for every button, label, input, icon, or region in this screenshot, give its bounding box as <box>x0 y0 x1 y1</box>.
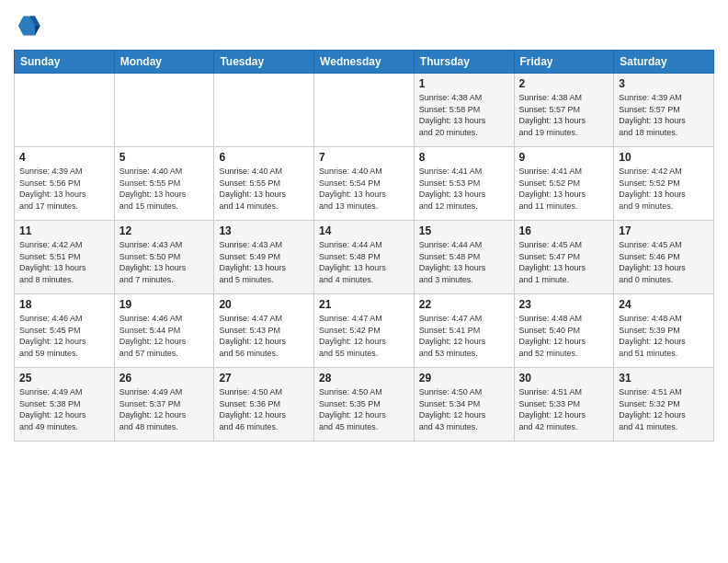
day-content: Sunrise: 4:40 AM Sunset: 5:54 PM Dayligh… <box>319 166 409 212</box>
calendar-week-row: 4Sunrise: 4:39 AM Sunset: 5:56 PM Daylig… <box>15 147 714 221</box>
weekday-header-monday: Monday <box>114 51 214 74</box>
day-content: Sunrise: 4:48 AM Sunset: 5:40 PM Dayligh… <box>519 313 609 359</box>
calendar-cell: 8Sunrise: 4:41 AM Sunset: 5:53 PM Daylig… <box>414 147 514 221</box>
calendar-cell: 31Sunrise: 4:51 AM Sunset: 5:32 PM Dayli… <box>614 368 714 442</box>
day-content: Sunrise: 4:46 AM Sunset: 5:44 PM Dayligh… <box>119 313 210 359</box>
day-number: 31 <box>619 372 709 385</box>
day-number: 14 <box>319 224 409 237</box>
day-number: 11 <box>19 224 109 237</box>
day-number: 8 <box>419 151 509 164</box>
day-content: Sunrise: 4:49 AM Sunset: 5:38 PM Dayligh… <box>19 386 109 432</box>
day-content: Sunrise: 4:43 AM Sunset: 5:49 PM Dayligh… <box>219 239 309 285</box>
day-number: 9 <box>519 151 609 164</box>
day-number: 2 <box>519 77 609 90</box>
calendar-week-row: 1Sunrise: 4:38 AM Sunset: 5:58 PM Daylig… <box>15 74 714 147</box>
weekday-header-thursday: Thursday <box>414 51 514 74</box>
calendar-cell: 16Sunrise: 4:45 AM Sunset: 5:47 PM Dayli… <box>514 221 614 294</box>
calendar-week-row: 18Sunrise: 4:46 AM Sunset: 5:45 PM Dayli… <box>15 294 714 368</box>
day-number: 24 <box>619 298 709 311</box>
calendar-cell: 15Sunrise: 4:44 AM Sunset: 5:48 PM Dayli… <box>414 221 514 294</box>
day-content: Sunrise: 4:38 AM Sunset: 5:58 PM Dayligh… <box>419 92 509 138</box>
calendar-cell: 22Sunrise: 4:47 AM Sunset: 5:41 PM Dayli… <box>414 294 514 368</box>
calendar-week-row: 25Sunrise: 4:49 AM Sunset: 5:38 PM Dayli… <box>15 368 714 442</box>
day-content: Sunrise: 4:46 AM Sunset: 5:45 PM Dayligh… <box>19 313 109 359</box>
day-number: 18 <box>19 298 109 311</box>
day-content: Sunrise: 4:50 AM Sunset: 5:36 PM Dayligh… <box>219 386 309 432</box>
day-content: Sunrise: 4:42 AM Sunset: 5:52 PM Dayligh… <box>619 166 709 212</box>
day-content: Sunrise: 4:51 AM Sunset: 5:33 PM Dayligh… <box>519 386 609 432</box>
day-number: 28 <box>319 372 409 385</box>
calendar-cell <box>15 74 115 147</box>
calendar-cell: 26Sunrise: 4:49 AM Sunset: 5:37 PM Dayli… <box>114 368 214 442</box>
day-content: Sunrise: 4:50 AM Sunset: 5:34 PM Dayligh… <box>419 386 509 432</box>
calendar-cell: 10Sunrise: 4:42 AM Sunset: 5:52 PM Dayli… <box>614 147 714 221</box>
calendar-cell: 18Sunrise: 4:46 AM Sunset: 5:45 PM Dayli… <box>15 294 115 368</box>
day-content: Sunrise: 4:41 AM Sunset: 5:52 PM Dayligh… <box>519 166 609 212</box>
calendar-week-row: 11Sunrise: 4:42 AM Sunset: 5:51 PM Dayli… <box>15 221 714 294</box>
weekday-header-saturday: Saturday <box>614 51 714 74</box>
calendar-cell: 7Sunrise: 4:40 AM Sunset: 5:54 PM Daylig… <box>314 147 415 221</box>
weekday-header-wednesday: Wednesday <box>314 51 415 74</box>
calendar-cell <box>114 74 214 147</box>
day-number: 16 <box>519 224 609 237</box>
day-content: Sunrise: 4:44 AM Sunset: 5:48 PM Dayligh… <box>419 239 509 285</box>
day-content: Sunrise: 4:47 AM Sunset: 5:43 PM Dayligh… <box>219 313 309 359</box>
calendar-cell: 14Sunrise: 4:44 AM Sunset: 5:48 PM Dayli… <box>314 221 415 294</box>
day-number: 27 <box>219 372 309 385</box>
day-number: 7 <box>319 151 409 164</box>
calendar-cell: 4Sunrise: 4:39 AM Sunset: 5:56 PM Daylig… <box>15 147 115 221</box>
page-header <box>14 9 714 42</box>
logo-icon <box>16 13 41 39</box>
calendar-page: SundayMondayTuesdayWednesdayThursdayFrid… <box>0 0 728 455</box>
calendar-cell: 12Sunrise: 4:43 AM Sunset: 5:50 PM Dayli… <box>114 221 214 294</box>
day-number: 15 <box>419 224 509 237</box>
svg-marker-2 <box>35 26 40 36</box>
calendar-cell: 6Sunrise: 4:40 AM Sunset: 5:55 PM Daylig… <box>214 147 314 221</box>
day-content: Sunrise: 4:42 AM Sunset: 5:51 PM Dayligh… <box>19 239 109 285</box>
day-content: Sunrise: 4:51 AM Sunset: 5:32 PM Dayligh… <box>619 386 709 432</box>
day-number: 29 <box>419 372 509 385</box>
weekday-header-tuesday: Tuesday <box>214 51 314 74</box>
day-number: 25 <box>19 372 109 385</box>
day-number: 21 <box>319 298 409 311</box>
day-number: 26 <box>119 372 210 385</box>
calendar-cell: 13Sunrise: 4:43 AM Sunset: 5:49 PM Dayli… <box>214 221 314 294</box>
day-content: Sunrise: 4:41 AM Sunset: 5:53 PM Dayligh… <box>419 166 509 212</box>
calendar-cell: 17Sunrise: 4:45 AM Sunset: 5:46 PM Dayli… <box>614 221 714 294</box>
calendar-cell: 9Sunrise: 4:41 AM Sunset: 5:52 PM Daylig… <box>514 147 614 221</box>
weekday-header-sunday: Sunday <box>15 51 115 74</box>
day-content: Sunrise: 4:49 AM Sunset: 5:37 PM Dayligh… <box>119 386 210 432</box>
day-content: Sunrise: 4:47 AM Sunset: 5:42 PM Dayligh… <box>319 313 409 359</box>
calendar-cell: 23Sunrise: 4:48 AM Sunset: 5:40 PM Dayli… <box>514 294 614 368</box>
calendar-cell: 25Sunrise: 4:49 AM Sunset: 5:38 PM Dayli… <box>15 368 115 442</box>
day-number: 3 <box>619 77 709 90</box>
day-number: 17 <box>619 224 709 237</box>
day-content: Sunrise: 4:50 AM Sunset: 5:35 PM Dayligh… <box>319 386 409 432</box>
day-content: Sunrise: 4:48 AM Sunset: 5:39 PM Dayligh… <box>619 313 709 359</box>
calendar-cell: 5Sunrise: 4:40 AM Sunset: 5:55 PM Daylig… <box>114 147 214 221</box>
calendar-cell: 24Sunrise: 4:48 AM Sunset: 5:39 PM Dayli… <box>614 294 714 368</box>
day-number: 10 <box>619 151 709 164</box>
day-number: 6 <box>219 151 309 164</box>
day-number: 13 <box>219 224 309 237</box>
day-content: Sunrise: 4:40 AM Sunset: 5:55 PM Dayligh… <box>219 166 309 212</box>
day-content: Sunrise: 4:39 AM Sunset: 5:56 PM Dayligh… <box>19 166 109 212</box>
day-content: Sunrise: 4:40 AM Sunset: 5:55 PM Dayligh… <box>119 166 210 212</box>
weekday-header-friday: Friday <box>514 51 614 74</box>
calendar-cell: 20Sunrise: 4:47 AM Sunset: 5:43 PM Dayli… <box>214 294 314 368</box>
day-number: 4 <box>19 151 109 164</box>
day-content: Sunrise: 4:45 AM Sunset: 5:46 PM Dayligh… <box>619 239 709 285</box>
day-number: 1 <box>419 77 509 90</box>
day-number: 30 <box>519 372 609 385</box>
day-number: 5 <box>119 151 210 164</box>
calendar-cell <box>214 74 314 147</box>
day-content: Sunrise: 4:47 AM Sunset: 5:41 PM Dayligh… <box>419 313 509 359</box>
calendar-cell: 1Sunrise: 4:38 AM Sunset: 5:58 PM Daylig… <box>414 74 514 147</box>
calendar-cell: 30Sunrise: 4:51 AM Sunset: 5:33 PM Dayli… <box>514 368 614 442</box>
day-number: 23 <box>519 298 609 311</box>
calendar-cell: 29Sunrise: 4:50 AM Sunset: 5:34 PM Dayli… <box>414 368 514 442</box>
calendar-table: SundayMondayTuesdayWednesdayThursdayFrid… <box>14 50 714 442</box>
day-content: Sunrise: 4:39 AM Sunset: 5:57 PM Dayligh… <box>619 92 709 138</box>
calendar-cell: 2Sunrise: 4:38 AM Sunset: 5:57 PM Daylig… <box>514 74 614 147</box>
calendar-cell: 27Sunrise: 4:50 AM Sunset: 5:36 PM Dayli… <box>214 368 314 442</box>
